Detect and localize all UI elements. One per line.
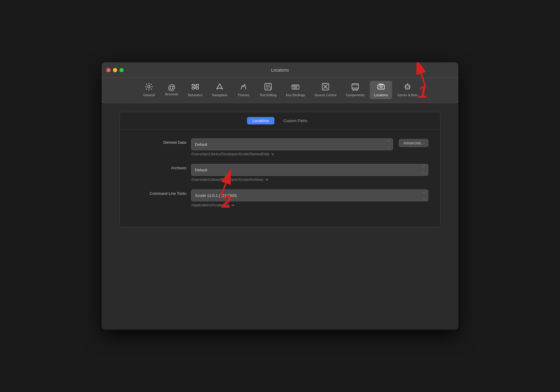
at-icon: @	[168, 83, 175, 91]
toolbar-item-source-control[interactable]: Source Control	[310, 81, 340, 99]
gear-icon	[145, 83, 153, 92]
toolbar-item-navigation[interactable]: Navigation	[208, 81, 232, 99]
path-arrow-icon-3: ➜	[231, 203, 234, 207]
minimize-button[interactable]	[113, 68, 117, 72]
key-bindings-label: Key Bindings	[286, 93, 305, 97]
svg-point-0	[148, 86, 150, 88]
svg-rect-12	[292, 85, 299, 89]
toolbar-item-key-bindings[interactable]: Key Bindings	[282, 81, 309, 99]
close-button[interactable]	[106, 68, 111, 72]
toolbar-item-themes[interactable]: Themes	[233, 81, 254, 99]
path-arrow-icon: ➜	[271, 152, 274, 156]
archives-path: /Users/dan/Library/Developer/Xcode/Archi…	[191, 178, 428, 182]
derived-data-row: Derived Data: Default ⌃⌄ /Users/dan/Libr…	[132, 138, 428, 156]
chevron-updown-icon-2: ⌃⌄	[422, 165, 426, 174]
archives-row: Archives: Default ⌃⌄ /Users/dan/Library/…	[132, 164, 428, 182]
svg-rect-30	[405, 85, 410, 89]
locations-icon	[377, 83, 385, 92]
window-controls	[106, 68, 124, 72]
svg-rect-13	[293, 86, 294, 87]
themes-icon	[239, 83, 248, 92]
svg-rect-3	[192, 87, 194, 89]
derived-data-label: Derived Data:	[132, 138, 191, 145]
svg-point-31	[406, 86, 407, 87]
inner-panel: Locations Custom Paths Derived Data: Def…	[119, 112, 441, 227]
command-line-tools-value: Xcode 12.0.1 (12A7300)	[195, 193, 421, 198]
command-line-tools-row: Command Line Tools: Xcode 12.0.1 (12A730…	[132, 189, 428, 207]
svg-point-32	[408, 86, 409, 87]
tab-custom-paths[interactable]: Custom Paths	[278, 117, 313, 124]
chevron-updown-icon: ⌃⌄	[387, 140, 390, 149]
components-icon	[351, 83, 359, 92]
source-control-label: Source Control	[314, 93, 336, 97]
command-line-tools-control: Xcode 12.0.1 (12A7300) ⌃⌄ /Applications/…	[191, 189, 428, 207]
content-area: Locations Custom Paths Derived Data: Def…	[102, 103, 458, 236]
key-bindings-icon	[291, 83, 300, 92]
accounts-label: Accounts	[165, 92, 178, 96]
toolbar-item-accounts[interactable]: @ Accounts	[161, 82, 183, 98]
behaviors-icon	[191, 83, 199, 92]
source-control-icon	[321, 83, 330, 92]
toolbar-item-text-editing[interactable]: Text Editing	[255, 81, 281, 99]
tab-locations[interactable]: Locations	[247, 117, 274, 124]
text-editing-icon	[264, 83, 272, 92]
general-label: General	[143, 93, 155, 97]
path-arrow-icon-2: ➜	[265, 178, 268, 182]
chevron-updown-icon-3: ⌃⌄	[422, 191, 426, 200]
derived-data-control: Default ⌃⌄ /Users/dan/Library/Developer/…	[191, 138, 393, 156]
archives-control: Default ⌃⌄ /Users/dan/Library/Developer/…	[191, 164, 428, 182]
toolbar-item-general[interactable]: General	[138, 81, 160, 99]
svg-rect-27	[380, 86, 382, 88]
svg-rect-4	[196, 87, 199, 89]
components-label: Components	[346, 93, 364, 97]
svg-point-34	[407, 83, 408, 84]
titlebar: Locations	[102, 62, 458, 78]
derived-data-value: Default	[195, 142, 385, 147]
svg-rect-20	[352, 84, 358, 89]
svg-rect-14	[295, 86, 296, 87]
toolbar: General @ Accounts	[102, 78, 458, 103]
text-editing-label: Text Editing	[259, 93, 276, 97]
maximize-button[interactable]	[119, 68, 124, 72]
navigation-label: Navigation	[212, 93, 227, 97]
behaviors-label: Behaviors	[188, 93, 202, 97]
command-line-tools-select[interactable]: Xcode 12.0.1 (12A7300) ⌃⌄	[191, 189, 428, 201]
derived-data-path: /Users/dan/Library/Developer/Xcode/Deriv…	[191, 152, 393, 156]
command-line-tools-label: Command Line Tools:	[132, 189, 191, 196]
derived-data-select[interactable]: Default ⌃⌄	[191, 138, 393, 150]
svg-rect-26	[378, 85, 384, 89]
svg-rect-1	[192, 84, 194, 86]
settings-body: Derived Data: Default ⌃⌄ /Users/dan/Libr…	[120, 129, 440, 227]
locations-label: Locations	[374, 93, 388, 97]
archives-value: Default	[195, 168, 421, 172]
toolbar-item-locations[interactable]: Locations	[370, 81, 392, 99]
archives-label: Archives:	[132, 164, 191, 170]
command-line-tools-path: /Applications/Xcode.app ➜	[191, 203, 428, 207]
main-window: Locations General @ Accounts	[102, 62, 458, 330]
svg-rect-16	[294, 87, 297, 88]
themes-label: Themes	[237, 93, 249, 97]
toolbar-item-behaviors[interactable]: Behaviors	[184, 81, 207, 99]
tabs-bar: Locations Custom Paths	[120, 112, 440, 129]
archives-select[interactable]: Default ⌃⌄	[191, 164, 428, 176]
toolbar-item-server-bots[interactable]: Server & Bots	[393, 81, 422, 99]
server-bots-icon	[403, 83, 412, 92]
server-bots-label: Server & Bots	[397, 93, 418, 97]
svg-rect-15	[296, 86, 298, 87]
svg-rect-2	[196, 84, 199, 86]
toolbar-item-components[interactable]: Components	[342, 81, 369, 99]
advanced-button[interactable]: Advanced...	[399, 139, 428, 147]
navigation-icon	[215, 83, 224, 92]
window-title: Locations	[271, 68, 289, 72]
